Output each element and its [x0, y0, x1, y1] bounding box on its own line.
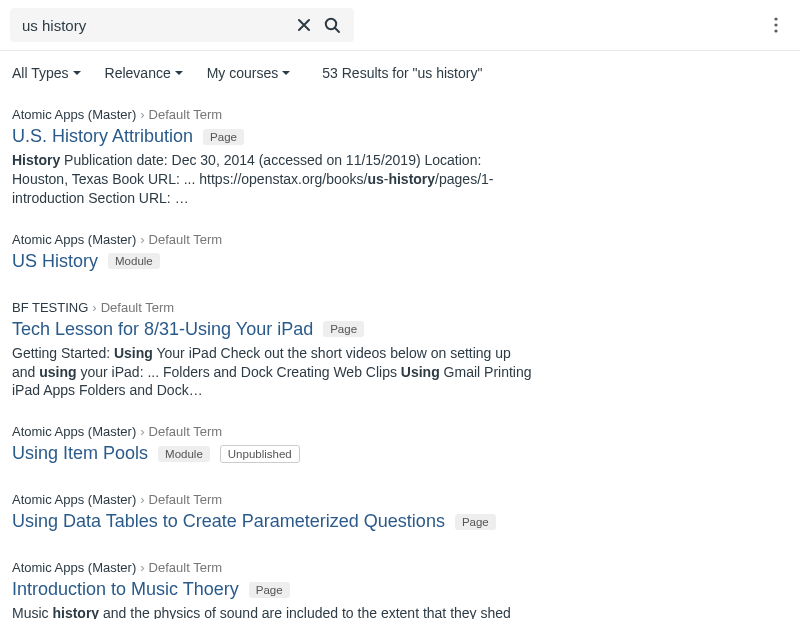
result-breadcrumb: Atomic Apps (Master)›Default Term	[12, 492, 788, 507]
result-type-badge: Page	[203, 129, 244, 145]
chevron-down-icon	[175, 71, 183, 76]
result-title-row: Using Data Tables to Create Parameterize…	[12, 511, 788, 532]
result-type-badge: Page	[249, 582, 290, 598]
results-list: Atomic Apps (Master)›Default TermU.S. Hi…	[0, 93, 800, 619]
filter-types[interactable]: All Types	[12, 65, 81, 81]
svg-point-1	[774, 17, 777, 20]
result-snippet: History Publication date: Dec 30, 2014 (…	[12, 151, 532, 208]
search-result: Atomic Apps (Master)›Default TermUsing D…	[12, 478, 788, 546]
filter-courses[interactable]: My courses	[207, 65, 291, 81]
breadcrumb-course: Atomic Apps (Master)	[12, 492, 136, 507]
result-breadcrumb: Atomic Apps (Master)›Default Term	[12, 107, 788, 122]
search-icon	[324, 17, 341, 34]
result-title-link[interactable]: Introduction to Music Thoery	[12, 579, 239, 600]
breadcrumb-separator: ›	[140, 492, 144, 507]
filter-courses-label: My courses	[207, 65, 279, 81]
breadcrumb-separator: ›	[140, 232, 144, 247]
result-snippet: Music history and the physics of sound a…	[12, 604, 532, 619]
result-type-badge: Page	[323, 321, 364, 337]
result-breadcrumb: Atomic Apps (Master)›Default Term	[12, 424, 788, 439]
result-title-link[interactable]: Tech Lesson for 8/31-Using Your iPad	[12, 319, 313, 340]
search-box[interactable]	[10, 8, 354, 42]
result-title-row: US HistoryModule	[12, 251, 788, 272]
result-snippet: Getting Started: Using Your iPad Check o…	[12, 344, 532, 401]
breadcrumb-term: Default Term	[149, 560, 222, 575]
breadcrumb-course: Atomic Apps (Master)	[12, 107, 136, 122]
results-count: 53 Results for "us history"	[322, 65, 482, 81]
result-breadcrumb: Atomic Apps (Master)›Default Term	[12, 232, 788, 247]
breadcrumb-separator: ›	[140, 424, 144, 439]
breadcrumb-term: Default Term	[149, 107, 222, 122]
result-type-badge: Module	[108, 253, 160, 269]
filter-relevance[interactable]: Relevance	[105, 65, 183, 81]
result-title-row: Introduction to Music ThoeryPage	[12, 579, 788, 600]
search-result: Atomic Apps (Master)›Default TermU.S. Hi…	[12, 93, 788, 218]
kebab-icon	[774, 17, 778, 33]
svg-point-2	[774, 23, 777, 26]
breadcrumb-separator: ›	[140, 560, 144, 575]
search-result: Atomic Apps (Master)›Default TermUS Hist…	[12, 218, 788, 286]
search-result: BF TESTING›Default TermTech Lesson for 8…	[12, 286, 788, 411]
breadcrumb-term: Default Term	[149, 424, 222, 439]
clear-search-button[interactable]	[290, 11, 318, 39]
result-type-badge: Page	[455, 514, 496, 530]
result-type-badge: Unpublished	[220, 445, 300, 463]
result-breadcrumb: Atomic Apps (Master)›Default Term	[12, 560, 788, 575]
result-type-badge: Module	[158, 446, 210, 462]
result-title-row: Using Item PoolsModuleUnpublished	[12, 443, 788, 464]
breadcrumb-course: Atomic Apps (Master)	[12, 232, 136, 247]
breadcrumb-course: BF TESTING	[12, 300, 88, 315]
result-title-link[interactable]: Using Item Pools	[12, 443, 148, 464]
result-title-link[interactable]: U.S. History Attribution	[12, 126, 193, 147]
top-bar	[0, 0, 800, 51]
result-title-link[interactable]: US History	[12, 251, 98, 272]
breadcrumb-term: Default Term	[149, 232, 222, 247]
breadcrumb-separator: ›	[92, 300, 96, 315]
result-title-row: U.S. History AttributionPage	[12, 126, 788, 147]
breadcrumb-term: Default Term	[149, 492, 222, 507]
filter-types-label: All Types	[12, 65, 69, 81]
close-icon	[296, 17, 312, 33]
filter-relevance-label: Relevance	[105, 65, 171, 81]
search-result: Atomic Apps (Master)›Default TermUsing I…	[12, 410, 788, 478]
breadcrumb-term: Default Term	[101, 300, 174, 315]
chevron-down-icon	[73, 71, 81, 76]
breadcrumb-separator: ›	[140, 107, 144, 122]
search-result: Atomic Apps (Master)›Default TermIntrodu…	[12, 546, 788, 619]
result-breadcrumb: BF TESTING›Default Term	[12, 300, 788, 315]
more-menu-button[interactable]	[762, 11, 790, 39]
search-button[interactable]	[318, 11, 346, 39]
breadcrumb-course: Atomic Apps (Master)	[12, 424, 136, 439]
chevron-down-icon	[282, 71, 290, 76]
filter-bar: All Types Relevance My courses 53 Result…	[0, 51, 800, 93]
result-title-link[interactable]: Using Data Tables to Create Parameterize…	[12, 511, 445, 532]
breadcrumb-course: Atomic Apps (Master)	[12, 560, 136, 575]
svg-point-3	[774, 29, 777, 32]
search-input[interactable]	[22, 17, 290, 34]
result-title-row: Tech Lesson for 8/31-Using Your iPadPage	[12, 319, 788, 340]
